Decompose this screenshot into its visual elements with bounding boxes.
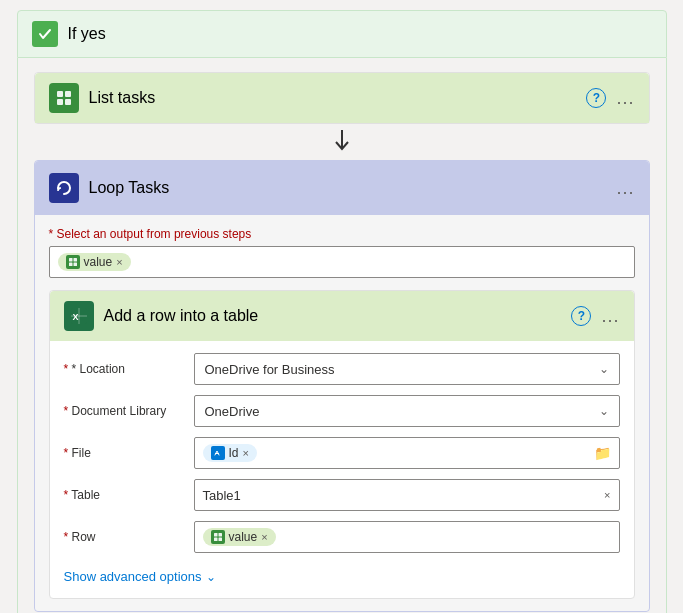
if-yes-body: List tasks ? ... bbox=[17, 58, 667, 613]
row-label: * Row bbox=[64, 530, 184, 544]
svg-rect-2 bbox=[57, 99, 63, 105]
loop-card-header-left: Loop Tasks bbox=[49, 173, 170, 203]
document-library-row: * Document Library OneDrive ⌄ bbox=[64, 395, 620, 427]
loop-token-close[interactable]: × bbox=[116, 256, 122, 268]
file-row: * File bbox=[64, 437, 620, 469]
svg-rect-8 bbox=[73, 263, 77, 267]
loop-token-icon bbox=[66, 255, 80, 269]
loop-icon bbox=[49, 173, 79, 203]
table-text-input[interactable]: Table1 × bbox=[194, 479, 620, 511]
svg-rect-0 bbox=[57, 91, 63, 97]
document-library-label: * Document Library bbox=[64, 404, 184, 418]
svg-rect-6 bbox=[73, 258, 77, 262]
list-tasks-header-left: List tasks bbox=[49, 83, 156, 113]
add-row-header-left: X Add a row into a table bbox=[64, 301, 259, 331]
add-row-help-icon[interactable]: ? bbox=[571, 306, 591, 326]
row-input[interactable]: value × bbox=[194, 521, 620, 553]
arrow-down bbox=[330, 124, 354, 160]
svg-rect-15 bbox=[218, 533, 222, 537]
svg-rect-5 bbox=[69, 258, 73, 262]
loop-output-input[interactable]: value × bbox=[49, 246, 635, 278]
row-token-input[interactable]: value × bbox=[194, 521, 620, 553]
file-input[interactable]: Id × 📁 bbox=[194, 437, 620, 469]
row-row: * Row bbox=[64, 521, 620, 553]
add-row-header-right: ? ... bbox=[571, 306, 619, 327]
svg-rect-3 bbox=[65, 99, 71, 105]
svg-rect-17 bbox=[218, 538, 222, 542]
svg-rect-1 bbox=[65, 91, 71, 97]
if-yes-title: If yes bbox=[68, 25, 106, 43]
add-row-card-header: X Add a row into a table ? ... bbox=[50, 291, 634, 341]
loop-body: * Select an output from previous steps bbox=[35, 215, 649, 611]
svg-text:X: X bbox=[72, 312, 78, 322]
add-row-card: X Add a row into a table ? ... bbox=[49, 290, 635, 599]
loop-token-label: value bbox=[84, 255, 113, 269]
list-tasks-title: List tasks bbox=[89, 89, 156, 107]
list-tasks-card: List tasks ? ... bbox=[34, 72, 650, 124]
loop-title: Loop Tasks bbox=[89, 179, 170, 197]
document-library-select[interactable]: OneDrive ⌄ bbox=[194, 395, 620, 427]
table-row: * Table Table1 × bbox=[64, 479, 620, 511]
location-select[interactable]: OneDrive for Business ⌄ bbox=[194, 353, 620, 385]
row-token-close[interactable]: × bbox=[261, 531, 267, 543]
table-label: * Table bbox=[64, 488, 184, 502]
file-token-icon bbox=[211, 446, 225, 460]
table-input[interactable]: Table1 × bbox=[194, 479, 620, 511]
location-chevron-icon: ⌄ bbox=[599, 362, 609, 376]
row-token-icon bbox=[211, 530, 225, 544]
advanced-options-label: Show advanced options bbox=[64, 569, 202, 584]
row-value-token: value × bbox=[203, 528, 276, 546]
add-row-body: * * Location OneDrive for Business ⌄ bbox=[50, 341, 634, 598]
document-library-chevron-icon: ⌄ bbox=[599, 404, 609, 418]
loop-more-button[interactable]: ... bbox=[616, 178, 634, 199]
if-yes-header: If yes bbox=[17, 10, 667, 58]
list-tasks-header: List tasks ? ... bbox=[35, 73, 649, 123]
file-label: * File bbox=[64, 446, 184, 460]
advanced-options-chevron-icon: ⌄ bbox=[206, 570, 216, 584]
flow-container: If yes List tasks bbox=[17, 10, 667, 613]
svg-rect-7 bbox=[69, 263, 73, 267]
table-clear-icon[interactable]: × bbox=[604, 489, 610, 501]
check-icon bbox=[32, 21, 58, 47]
folder-icon[interactable]: 📁 bbox=[594, 445, 611, 461]
location-row: * * Location OneDrive for Business ⌄ bbox=[64, 353, 620, 385]
file-token-close[interactable]: × bbox=[243, 447, 249, 459]
list-tasks-help-icon[interactable]: ? bbox=[586, 88, 606, 108]
add-row-more-button[interactable]: ... bbox=[601, 306, 619, 327]
loop-card: Loop Tasks ... * Select an output from p… bbox=[34, 160, 650, 612]
file-token-input[interactable]: Id × 📁 bbox=[194, 437, 620, 469]
row-token-label: value bbox=[229, 530, 258, 544]
document-library-input[interactable]: OneDrive ⌄ bbox=[194, 395, 620, 427]
file-token-chip: Id × bbox=[203, 444, 257, 462]
loop-value-token: value × bbox=[58, 253, 131, 271]
loop-card-header: Loop Tasks ... bbox=[35, 161, 649, 215]
svg-rect-14 bbox=[214, 533, 218, 537]
add-row-title: Add a row into a table bbox=[104, 307, 259, 325]
list-tasks-icon bbox=[49, 83, 79, 113]
location-input[interactable]: OneDrive for Business ⌄ bbox=[194, 353, 620, 385]
file-token-label: Id bbox=[229, 446, 239, 460]
list-tasks-more-button[interactable]: ... bbox=[616, 88, 634, 109]
list-tasks-header-right: ? ... bbox=[586, 88, 634, 109]
show-advanced-options-button[interactable]: Show advanced options ⌄ bbox=[64, 563, 620, 586]
excel-icon: X bbox=[64, 301, 94, 331]
location-label: * * Location bbox=[64, 362, 184, 376]
svg-rect-16 bbox=[214, 538, 218, 542]
select-output-label: * Select an output from previous steps bbox=[49, 227, 635, 241]
